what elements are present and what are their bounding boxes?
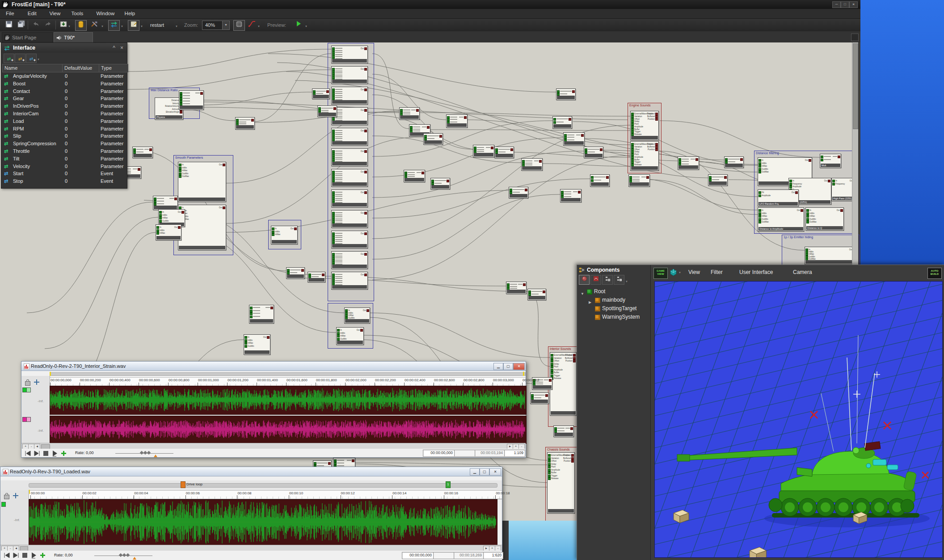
input-port[interactable] (156, 226, 159, 229)
skip-start-icon[interactable] (3, 552, 11, 559)
horizontal-scrollbar[interactable]: + - ◂ ▸ + - (0, 545, 502, 551)
table-row[interactable]: ⇄Stop0Event (1, 177, 127, 185)
zoom-ratio-field[interactable]: 1:620 (483, 552, 503, 559)
graph-node[interactable]: Out (331, 210, 368, 228)
zoom-ratio-field[interactable]: 1:109 (504, 450, 525, 457)
table-row[interactable]: ⇄Tilt0Parameter (1, 155, 127, 163)
graph-node[interactable]: ExternalWaveOutputVariationOffsetDelayPi… (550, 352, 577, 416)
graph-node[interactable]: Mult (820, 154, 841, 168)
add-marker-icon[interactable] (60, 450, 67, 457)
menu-help[interactable]: Help (121, 9, 139, 18)
add-event-button[interactable]: ⇄+ (26, 54, 37, 63)
audio-window-loaded[interactable]: ReadOnly-0-Rev-3-T90_Loaded.wav ▁ ▢ ✕ Dr… (0, 467, 502, 560)
output-port[interactable] (838, 156, 840, 158)
viewport-menu-filter[interactable]: Filter (706, 265, 727, 280)
graph-node[interactable] (249, 305, 274, 324)
output-port[interactable] (352, 459, 354, 462)
input-port[interactable] (244, 345, 247, 348)
input-port[interactable] (551, 357, 553, 360)
time-end-field[interactable]: 00:00:03,194 (475, 450, 505, 457)
import-icon[interactable] (58, 20, 69, 30)
graph-node[interactable]: ExternalWaveOutputVariationOffsetDelayPi… (630, 111, 659, 140)
game-view-badge[interactable]: GAMEVIEW (653, 268, 668, 279)
input-port[interactable] (179, 173, 181, 175)
graph-node[interactable] (560, 189, 582, 202)
output-port[interactable] (439, 135, 442, 138)
output-port[interactable] (573, 360, 576, 362)
input-port[interactable] (179, 164, 181, 166)
output-port[interactable] (364, 130, 367, 132)
input-port[interactable] (806, 212, 809, 215)
timeline-ruler[interactable]: 00:00:0000:00:0200:00:0400:00:0600:00:08… (29, 490, 502, 499)
table-row[interactable]: ⇄SpringCompression0Parameter (1, 140, 127, 147)
audio-window-interior-strain[interactable]: ReadOnly-0-Rev-2-T90_Interior_Strain.wav… (21, 361, 526, 458)
rate-slider-handle[interactable] (126, 553, 130, 557)
selection-start-marker[interactable] (50, 372, 51, 376)
expand-tree-button[interactable] (602, 275, 613, 285)
output-port[interactable] (655, 118, 658, 121)
graph-node[interactable] (628, 174, 650, 187)
input-port[interactable] (591, 179, 594, 182)
input-port[interactable] (337, 329, 340, 332)
preview-play-icon[interactable] (293, 20, 304, 30)
output-port[interactable] (571, 460, 574, 463)
output-port[interactable] (545, 394, 548, 397)
graph-node[interactable]: ExternalWaveOutputVariationOffsetDelayPi… (547, 452, 575, 514)
output-port[interactable] (695, 158, 698, 161)
scrollbar-thumb[interactable] (853, 43, 858, 129)
close-icon[interactable]: × (120, 43, 123, 53)
output-port[interactable] (573, 354, 576, 357)
time-current-field[interactable]: 00:00:00,000 (423, 450, 455, 457)
output-port[interactable] (510, 148, 513, 151)
output-port[interactable] (174, 198, 177, 200)
selection-end-marker[interactable] (523, 372, 524, 376)
graph-node[interactable] (132, 147, 153, 158)
graph-node[interactable] (708, 174, 728, 186)
input-port[interactable] (179, 167, 181, 169)
input-port[interactable] (789, 185, 792, 188)
loop-range-bar[interactable] (50, 372, 526, 376)
output-port[interactable] (573, 357, 576, 360)
graph-node[interactable]: Out (331, 189, 368, 207)
input-port[interactable] (179, 175, 181, 178)
graph-node[interactable]: InInMinInMaxOutMinOutMaxOut (178, 205, 226, 250)
output-port[interactable] (795, 191, 798, 194)
snap-crosshair-icon[interactable] (34, 379, 39, 385)
tools-hammer-icon[interactable] (89, 20, 100, 30)
graph-node[interactable]: InInMinInMaxOutMinOut (336, 327, 364, 345)
menu-edit[interactable]: Edit (24, 9, 41, 18)
input-port[interactable] (548, 463, 551, 466)
add-trigger-button[interactable]: ⇄+ (15, 54, 25, 63)
input-port[interactable] (337, 335, 340, 337)
graph-node[interactable] (494, 147, 514, 158)
table-row[interactable]: ⇄Boost0Parameter (1, 80, 127, 88)
viewport-menu-camera[interactable]: Camera (788, 265, 817, 280)
tree-item-root[interactable]: ▼Root (577, 287, 650, 296)
frame-grid-icon[interactable] (233, 20, 245, 31)
output-port[interactable] (364, 191, 367, 194)
input-port[interactable] (551, 363, 553, 366)
input-port[interactable] (806, 209, 809, 212)
graph-node[interactable] (552, 116, 572, 129)
output-port[interactable] (364, 253, 367, 256)
maximize-button[interactable]: □ (841, 1, 849, 8)
loop-end-marker[interactable]: 1 (446, 481, 451, 488)
auto-build-badge[interactable]: AUTOBUILD (927, 268, 942, 279)
output-port[interactable] (294, 227, 297, 230)
output-port[interactable] (581, 134, 584, 137)
column-header-defaultvalue[interactable]: DefaultValue (62, 64, 101, 72)
graph-node[interactable]: Out (331, 148, 368, 166)
output-port[interactable] (326, 90, 329, 93)
graph-node[interactable] (179, 90, 204, 110)
maximize-button[interactable]: ▢ (480, 468, 489, 476)
input-port[interactable] (250, 312, 253, 315)
output-port[interactable] (364, 274, 367, 276)
input-port[interactable] (156, 229, 159, 232)
input-port[interactable] (759, 159, 761, 162)
interface-arrows-icon[interactable] (108, 20, 120, 31)
input-port[interactable] (759, 221, 761, 223)
graph-node[interactable]: InInMinInMaxOut (156, 224, 181, 240)
menu-view[interactable]: View (46, 9, 65, 18)
snap-crosshair-icon[interactable] (13, 493, 18, 498)
graph-node[interactable]: Out (331, 66, 368, 84)
